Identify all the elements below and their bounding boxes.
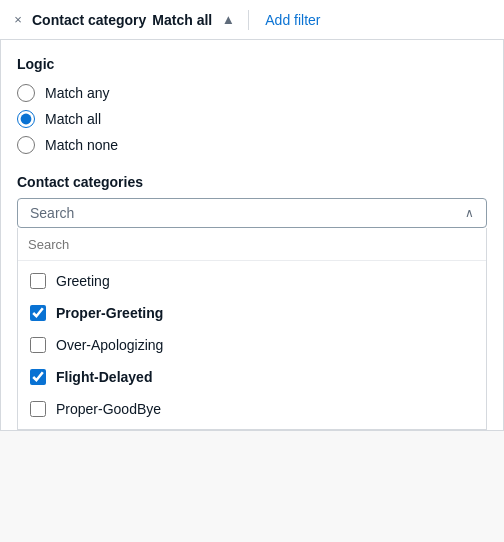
logic-section-title: Logic [17, 56, 487, 72]
search-dropdown-header[interactable]: Search ∧ [17, 198, 487, 228]
radio-match-all-label: Match all [45, 111, 101, 127]
checkbox-over-apologizing[interactable] [30, 337, 46, 353]
filter-tag-value: Match all [152, 12, 212, 28]
checkbox-proper-greeting[interactable] [30, 305, 46, 321]
radio-match-any-label: Match any [45, 85, 110, 101]
list-item[interactable]: Over-Apologizing [18, 329, 486, 361]
filter-tag-label: Contact category [32, 12, 146, 28]
search-dropdown-label: Search [30, 205, 74, 221]
checkbox-proper-greeting-label: Proper-Greeting [56, 305, 163, 321]
category-search-input[interactable] [28, 237, 476, 252]
dropdown-content: Greeting Proper-Greeting Over-Apologizin… [17, 228, 487, 430]
radio-match-any-input[interactable] [17, 84, 35, 102]
chevron-up-icon: ∧ [465, 206, 474, 220]
list-item[interactable]: Proper-Greeting [18, 297, 486, 329]
checkbox-over-apologizing-label: Over-Apologizing [56, 337, 163, 353]
radio-match-any[interactable]: Match any [17, 84, 487, 102]
categories-section: Contact categories Search ∧ Greeting Pro… [17, 174, 487, 430]
categories-title: Contact categories [17, 174, 487, 190]
filter-panel: Logic Match any Match all Match none Con… [0, 40, 504, 431]
checkbox-greeting-label: Greeting [56, 273, 110, 289]
checkbox-proper-goodbye[interactable] [30, 401, 46, 417]
close-filter-button[interactable]: × [8, 10, 28, 30]
filter-bar: × Contact category Match all ▲ Add filte… [0, 0, 504, 40]
add-filter-button[interactable]: Add filter [257, 8, 328, 32]
dropdown-search-area [18, 228, 486, 261]
checkbox-greeting[interactable] [30, 273, 46, 289]
list-item[interactable]: Greeting [18, 265, 486, 297]
radio-match-all-input[interactable] [17, 110, 35, 128]
filter-divider [248, 10, 249, 30]
list-item[interactable]: Flight-Delayed [18, 361, 486, 393]
radio-group: Match any Match all Match none [17, 84, 487, 154]
checkbox-flight-delayed[interactable] [30, 369, 46, 385]
checkbox-list: Greeting Proper-Greeting Over-Apologizin… [18, 261, 486, 429]
list-item[interactable]: Proper-GoodBye [18, 393, 486, 425]
logic-section: Logic Match any Match all Match none [17, 56, 487, 154]
radio-match-none-label: Match none [45, 137, 118, 153]
filter-chevron-button[interactable]: ▲ [216, 8, 240, 32]
radio-match-none[interactable]: Match none [17, 136, 487, 154]
filter-tag: Contact category Match all [32, 12, 212, 28]
radio-match-all[interactable]: Match all [17, 110, 487, 128]
checkbox-flight-delayed-label: Flight-Delayed [56, 369, 152, 385]
checkbox-proper-goodbye-label: Proper-GoodBye [56, 401, 161, 417]
radio-match-none-input[interactable] [17, 136, 35, 154]
